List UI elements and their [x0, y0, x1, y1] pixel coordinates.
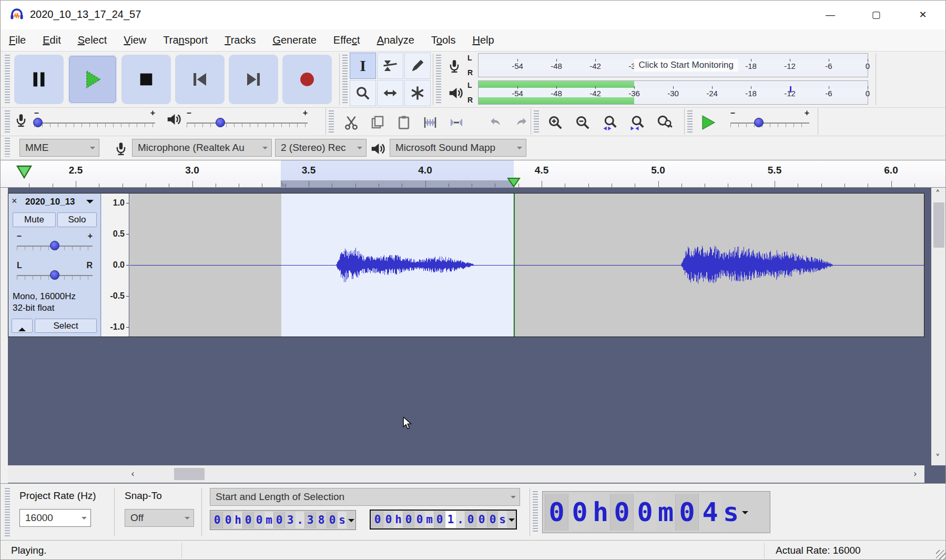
- time-digit[interactable]: 0: [211, 512, 222, 528]
- copy-button[interactable]: [365, 110, 390, 135]
- time-digit[interactable]: 0: [327, 512, 338, 528]
- draw-tool-button[interactable]: [404, 53, 431, 79]
- minimize-button[interactable]: —: [810, 1, 850, 29]
- project-rate-select[interactable]: 16000: [19, 509, 91, 527]
- record-meter[interactable]: LR-54-48-42-36-30-24-18-12-60Click to St…: [440, 53, 873, 79]
- time-separator[interactable]: s: [721, 494, 740, 531]
- record-button[interactable]: [282, 55, 332, 104]
- zoom-out-button[interactable]: [571, 110, 595, 135]
- time-separator[interactable]: m: [425, 511, 434, 528]
- menu-generate[interactable]: Generate: [264, 29, 324, 51]
- redo-button[interactable]: [510, 110, 534, 135]
- skip-end-button[interactable]: [229, 55, 278, 104]
- scroll-up-icon[interactable]: ˄: [935, 189, 940, 199]
- time-digit[interactable]: 3: [284, 512, 296, 528]
- time-digit[interactable]: 1: [445, 511, 456, 528]
- playback-device-select[interactable]: Microsoft Sound Mapp: [390, 139, 526, 157]
- menu-tools[interactable]: Tools: [423, 29, 464, 51]
- menu-analyze[interactable]: Analyze: [369, 29, 423, 51]
- undo-button[interactable]: [483, 110, 507, 135]
- track-select-button[interactable]: Select: [35, 319, 97, 333]
- audio-host-select[interactable]: MME: [19, 139, 99, 157]
- time-separator[interactable]: .: [456, 511, 465, 528]
- selection-length-field[interactable]: 00h00m01.000s: [370, 510, 517, 530]
- resize-grip[interactable]: [936, 550, 945, 559]
- stop-button[interactable]: [121, 55, 171, 104]
- toolbar-grip[interactable]: [329, 110, 334, 134]
- track-close-icon[interactable]: ×: [12, 196, 17, 207]
- trim-button[interactable]: [418, 110, 442, 135]
- time-digit[interactable]: 0: [414, 511, 425, 528]
- time-digit[interactable]: 0: [242, 512, 253, 528]
- zoom-tool-button[interactable]: [350, 80, 376, 106]
- zoom-toggle-button[interactable]: [653, 110, 677, 135]
- time-separator[interactable]: s: [498, 511, 507, 528]
- time-digit[interactable]: 0: [568, 494, 591, 531]
- track-menu-arrow-icon[interactable]: [86, 200, 94, 207]
- pan-thumb[interactable]: [50, 270, 59, 280]
- mute-button[interactable]: Mute: [13, 212, 56, 227]
- playback-volume-slider[interactable]: –+: [187, 116, 308, 130]
- close-button[interactable]: ✕: [903, 1, 943, 29]
- time-digit[interactable]: 0: [545, 494, 568, 531]
- pause-button[interactable]: [14, 55, 64, 104]
- time-separator[interactable]: m: [265, 512, 273, 528]
- menu-tracks[interactable]: Tracks: [216, 29, 264, 51]
- paste-button[interactable]: [392, 110, 416, 135]
- playback-meter[interactable]: LR-54-48-42-36-30-24-18-12-60: [440, 80, 873, 106]
- time-separator[interactable]: m: [656, 494, 675, 531]
- playhead-marker-icon[interactable]: [507, 177, 521, 190]
- play-speed-slider[interactable]: –+: [730, 116, 809, 130]
- toolbar-grip[interactable]: [5, 138, 10, 157]
- time-digit[interactable]: 8: [316, 512, 327, 528]
- track-pan-slider[interactable]: LR: [17, 268, 93, 282]
- selection-tool-button[interactable]: I: [350, 53, 376, 79]
- playback-meter-bars[interactable]: -54-48-42-36-30-24-18-12-60: [478, 80, 868, 105]
- time-digit[interactable]: 0: [610, 494, 633, 531]
- field-dropdown-icon[interactable]: [742, 511, 748, 517]
- timeline-pin-icon[interactable]: [15, 165, 33, 181]
- h-scroll-thumb[interactable]: [174, 468, 205, 480]
- time-digit[interactable]: 0: [222, 512, 233, 528]
- gain-thumb[interactable]: [50, 241, 59, 250]
- zoom-fit-button[interactable]: [625, 110, 649, 135]
- time-digit[interactable]: 0: [476, 511, 487, 528]
- time-separator[interactable]: h: [233, 512, 242, 528]
- menu-select[interactable]: Select: [69, 29, 116, 51]
- time-digit[interactable]: 0: [383, 511, 394, 528]
- menu-help[interactable]: Help: [464, 29, 502, 51]
- time-digit[interactable]: 0: [403, 511, 414, 528]
- solo-button[interactable]: Solo: [57, 212, 97, 227]
- time-digit[interactable]: 0: [273, 512, 284, 528]
- toolbar-grip[interactable]: [534, 110, 539, 134]
- time-digit[interactable]: 0: [372, 511, 383, 528]
- scroll-right-icon[interactable]: ›: [913, 469, 917, 479]
- collapse-track-button[interactable]: [12, 319, 33, 333]
- record-meter-bars[interactable]: -54-48-42-36-30-24-18-12-60Click to Star…: [478, 53, 868, 77]
- time-digit[interactable]: 0: [487, 511, 498, 528]
- maximize-button[interactable]: ▢: [856, 1, 896, 29]
- field-dropdown-icon[interactable]: [348, 519, 354, 525]
- toolbar-grip[interactable]: [342, 55, 348, 103]
- time-separator[interactable]: h: [394, 511, 403, 528]
- field-dropdown-icon[interactable]: [508, 518, 515, 525]
- menu-effect[interactable]: Effect: [325, 29, 369, 51]
- time-separator[interactable]: s: [338, 512, 347, 528]
- zoom-in-button[interactable]: [543, 110, 567, 135]
- time-separator[interactable]: h: [591, 494, 610, 531]
- recording-volume-slider-thumb[interactable]: [33, 118, 43, 127]
- play-speed-slider-thumb[interactable]: [754, 118, 764, 127]
- time-digit[interactable]: 0: [434, 511, 445, 528]
- menu-edit[interactable]: Edit: [34, 29, 69, 51]
- time-digit[interactable]: 0: [465, 511, 476, 528]
- snap-to-select[interactable]: Off: [125, 509, 194, 527]
- cut-button[interactable]: [339, 110, 363, 135]
- waveform-canvas[interactable]: [130, 194, 924, 337]
- v-scroll-thumb[interactable]: [933, 202, 944, 248]
- toolbar-grip[interactable]: [5, 110, 10, 134]
- time-digit[interactable]: 0: [633, 494, 656, 531]
- envelope-tool-button[interactable]: [377, 53, 403, 79]
- selection-start-field[interactable]: 00h00m03.380s: [210, 510, 356, 530]
- track-title[interactable]: 2020_10_13: [25, 197, 75, 207]
- monitor-prompt-text[interactable]: Click to Start Monitoring: [634, 59, 738, 72]
